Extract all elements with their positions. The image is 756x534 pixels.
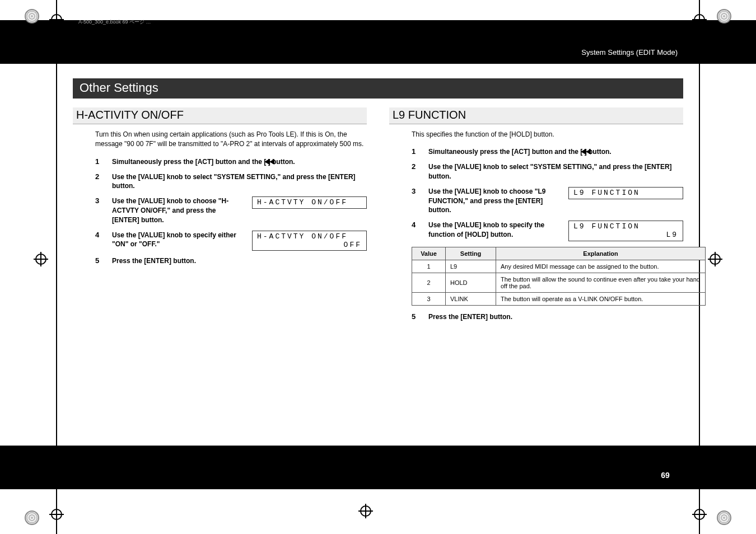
svg-marker-0 — [269, 159, 274, 165]
step-text: Use the [VALUE] knob to select "SYSTEM S… — [428, 162, 683, 181]
right-step-3: 3 Use the [VALUE] knob to choose "L9 FUN… — [412, 187, 683, 215]
page-number: 69 — [653, 468, 678, 483]
breadcrumb: System Settings (EDIT Mode) — [581, 48, 678, 57]
step-number: 5 — [95, 256, 99, 265]
right-step-2: 2 Use the [VALUE] knob to select "SYSTEM… — [412, 162, 683, 181]
table-row: 1 L9 Any desired MIDI message can be ass… — [412, 260, 706, 273]
step-number: 3 — [412, 187, 416, 195]
right-column: L9 FUNCTION This specifies the function … — [389, 107, 683, 327]
step-number: 3 — [95, 196, 99, 205]
table-header-explanation: Explanation — [496, 247, 706, 260]
svg-marker-1 — [264, 159, 269, 165]
table-header-value: Value — [412, 247, 446, 260]
corner-ornament-icon — [25, 510, 39, 525]
corner-ornament-icon — [717, 510, 731, 525]
registration-mark-icon — [49, 12, 64, 27]
left-step-3: 3 Use the [VALUE] knob to choose "H-ACTV… — [95, 196, 367, 224]
subheading-bar: L9 FUNCTION — [389, 107, 683, 124]
step-number: 2 — [412, 162, 416, 171]
registration-mark-icon — [34, 252, 48, 266]
left-step-1: 1 Simultaneously press the [ACT] button … — [95, 157, 367, 167]
left-step-2: 2 Use the [VALUE] knob to select "SYSTEM… — [95, 172, 367, 191]
subheading-bar: H-ACTIVITY ON/OFF — [73, 107, 367, 124]
svg-marker-2 — [586, 149, 591, 154]
lcd-display: L9 FUNCTION — [568, 187, 683, 199]
right-step-4: 4 Use the [VALUE] knob to specify the fu… — [412, 221, 683, 241]
registration-mark-icon — [692, 12, 707, 27]
registration-mark-icon — [708, 252, 722, 266]
section-title: Other Settings — [73, 78, 683, 99]
step-text: Simultaneously press the [ACT] button an… — [428, 147, 683, 157]
step-number: 1 — [95, 157, 99, 166]
rewind-icon — [264, 159, 274, 165]
step-text: Use the [VALUE] knob to specify the func… — [428, 221, 558, 240]
right-intro: This specifies the function of the [HOLD… — [412, 130, 683, 139]
black-bar-top — [0, 20, 756, 64]
left-intro: Turn this On when using certain applicat… — [95, 130, 367, 149]
step-text: Simultaneously press the [ACT] button an… — [112, 157, 367, 167]
left-step-5: 5 Press the [ENTER] button. — [95, 256, 367, 266]
step-number: 1 — [412, 147, 416, 156]
table-header-setting: Setting — [446, 247, 496, 260]
step-text: Use the [VALUE] knob to choose "H-ACTVTY… — [112, 196, 242, 224]
l9-function-table: Value Setting Explanation 1 L9 Any desir… — [412, 247, 706, 306]
step-text: Press the [ENTER] button. — [428, 312, 683, 322]
corner-ornament-icon — [25, 9, 39, 24]
crop-line-left — [56, 0, 57, 534]
step-text: Press the [ENTER] button. — [112, 256, 367, 266]
svg-marker-3 — [581, 149, 586, 154]
right-step-5: 5 Press the [ENTER] button. — [412, 312, 683, 322]
step-text: Use the [VALUE] knob to choose "L9 FUNCT… — [428, 187, 558, 215]
corner-ornament-icon — [717, 9, 731, 24]
rewind-icon — [581, 149, 591, 154]
left-column: H-ACTIVITY ON/OFF Turn this On when usin… — [73, 107, 367, 327]
table-row: 3 VLINK The button will operate as a V-L… — [412, 293, 706, 306]
lcd-display: H-ACTVTY ON/OFFOFF — [252, 231, 367, 251]
step-text: Use the [VALUE] knob to select "SYSTEM S… — [112, 172, 367, 191]
right-step-1: 1 Simultaneously press the [ACT] button … — [412, 147, 683, 157]
registration-mark-icon — [692, 507, 707, 522]
right-heading: L9 FUNCTION — [393, 109, 680, 121]
left-step-4: 4 Use the [VALUE] knob to specify either… — [95, 231, 367, 251]
lcd-display: H-ACTVTY ON/OFF — [252, 196, 367, 209]
table-row: 2 HOLD The button will allow the sound t… — [412, 273, 706, 293]
print-slug: A-500_300_e.book 69 ページ … — [78, 18, 151, 26]
step-number: 4 — [95, 231, 99, 239]
lcd-display: L9 FUNCTIONL9 — [568, 221, 683, 241]
step-number: 2 — [95, 172, 99, 181]
registration-mark-icon — [49, 507, 64, 522]
step-number: 5 — [412, 312, 416, 321]
black-bar-bottom — [0, 446, 756, 489]
left-heading: H-ACTIVITY ON/OFF — [76, 109, 363, 121]
step-number: 4 — [412, 221, 416, 229]
registration-mark-icon — [358, 504, 373, 518]
step-text: Use the [VALUE] knob to specify either "… — [112, 231, 242, 250]
